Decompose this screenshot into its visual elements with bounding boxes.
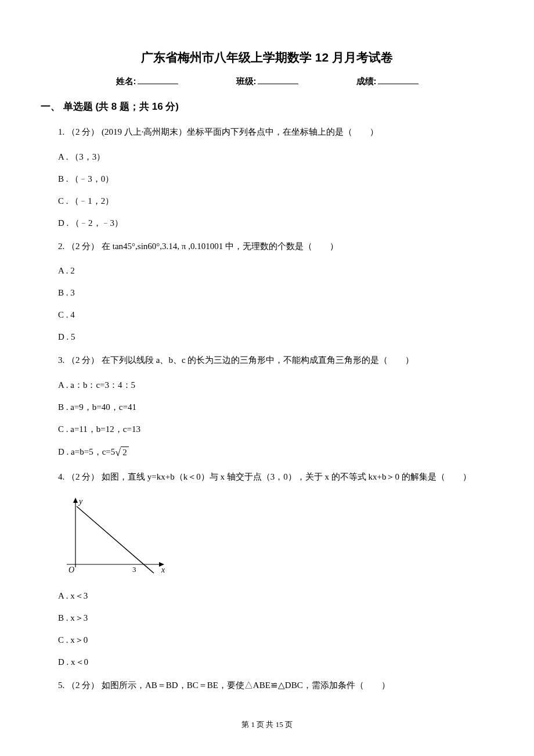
q3-option-d: D . a=b=5，c=5√2 (58, 444, 493, 461)
q1-option-d: D . （﹣2，﹣3） (58, 216, 493, 230)
class-label: 班级: (236, 76, 257, 87)
page-title: 广东省梅州市八年级上学期数学 12 月月考试卷 (41, 49, 493, 66)
q3-option-a: A . a：b：c=3：4：5 (58, 378, 493, 392)
name-blank[interactable] (138, 84, 178, 84)
q3-d-prefix: D . a=b=5，c=5 (58, 447, 115, 456)
axis-y-label: y (78, 497, 83, 506)
origin-label: O (68, 566, 74, 574)
q3-option-c: C . a=11，b=12，c=13 (58, 422, 493, 436)
axis-x-label: x (161, 566, 165, 574)
q2-option-a: A . 2 (58, 264, 493, 278)
svg-marker-1 (73, 498, 78, 503)
q2-option-b: B . 3 (58, 286, 493, 300)
svg-line-4 (77, 506, 154, 573)
score-blank[interactable] (378, 84, 418, 84)
q4-option-a: A . x＜3 (58, 589, 493, 603)
q2-option-d: D . 5 (58, 330, 493, 344)
class-blank[interactable] (258, 84, 298, 84)
class-field: 班级: (236, 76, 298, 87)
name-label: 姓名: (116, 76, 136, 87)
q4-option-b: B . x＞3 (58, 611, 493, 625)
q1-option-a: A . （3，3） (58, 150, 493, 164)
sqrt-icon: √2 (115, 444, 128, 461)
score-field: 成绩: (356, 76, 418, 87)
xtick-3: 3 (132, 565, 136, 574)
section-heading: 一、 单选题 (共 8 题；共 16 分) (41, 100, 493, 113)
name-field: 姓名: (116, 76, 178, 87)
q3-stem: 3. （2 分） 在下列以线段 a、b、c 的长为三边的三角形中，不能构成直角三… (58, 352, 493, 369)
page-footer: 第 1 页 共 15 页 (0, 719, 534, 730)
q1-option-c: C . （﹣1，2） (58, 194, 493, 208)
q2-option-c: C . 4 (58, 308, 493, 322)
q1-stem: 1. （2 分） (2019 八上·高州期末）坐标平面内下列各点中，在坐标轴上的… (58, 124, 493, 141)
q3-option-b: B . a=9，b=40，c=41 (58, 400, 493, 414)
q2-stem: 2. （2 分） 在 tan45°,sin60°,3.14, π ,0.1010… (58, 238, 493, 255)
q4-figure: y x O 3 (58, 495, 493, 578)
q4-option-d: D . x＜0 (58, 655, 493, 669)
q4-option-c: C . x＞0 (58, 633, 493, 647)
student-info-row: 姓名: 班级: 成绩: (41, 76, 493, 87)
score-label: 成绩: (356, 76, 377, 87)
q5-stem: 5. （2 分） 如图所示，AB＝BD，BC＝BE，要使△ABE≌△DBC，需添… (58, 677, 493, 694)
q1-option-b: B . （﹣3，0） (58, 172, 493, 186)
q4-stem: 4. （2 分） 如图，直线 y=kx+b（k＜0）与 x 轴交于点（3，0），… (58, 469, 493, 485)
q3-d-sqrt-arg: 2 (121, 447, 129, 458)
